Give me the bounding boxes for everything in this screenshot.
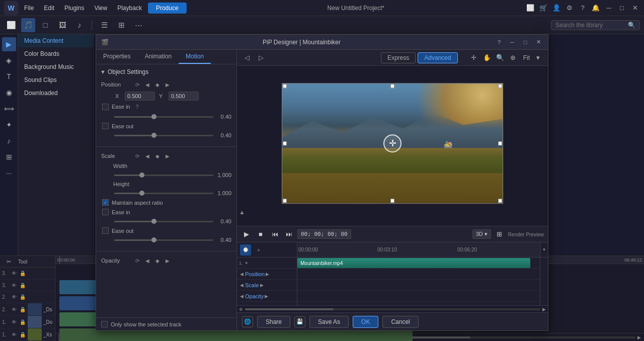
scale-prev-icon[interactable]: ◀ [143, 152, 151, 160]
tool-text[interactable]: □ [38, 18, 52, 32]
position-keyframe-icon[interactable]: ◆ [153, 80, 162, 89]
sidebar-transition-icon[interactable]: ⟺ [2, 102, 16, 116]
ease-in-checkbox[interactable] [102, 104, 109, 110]
opacity-track-label[interactable]: ◀ Opacity ▶ [237, 291, 297, 302]
scale-reset-icon[interactable]: ⟳ [133, 152, 141, 160]
opacity-next-icon[interactable]: ▶ [164, 257, 172, 265]
search-input[interactable] [555, 22, 626, 29]
sidebar-media-icon[interactable]: ▶ [2, 37, 16, 51]
tool-audio[interactable]: ♪ [72, 18, 87, 32]
3d-mode-btn[interactable]: 3D ▾ [472, 229, 491, 239]
sidebar-audio-icon[interactable]: ♪ [2, 134, 16, 148]
media-panel-item-3[interactable]: Sound Clips [18, 73, 93, 87]
transform-tool-btn[interactable]: ✛ [468, 52, 480, 64]
notification-icon[interactable]: 🔔 [591, 3, 601, 13]
scale-next-icon[interactable]: ▶ [164, 152, 172, 160]
stop-btn[interactable]: ■ [255, 229, 266, 240]
icon-2[interactable]: 🛒 [538, 3, 548, 13]
tl-eye-5[interactable]: 👁 [11, 331, 18, 338]
tl-lock-4[interactable]: 🔒 [19, 318, 26, 325]
save-as-icon-btn[interactable]: 💾 [294, 316, 305, 327]
sidebar-board-icon[interactable]: ◈ [2, 53, 16, 67]
settings-icon[interactable]: ⚙ [565, 3, 575, 13]
ease-out-slider[interactable] [114, 135, 213, 136]
opacity-keyframe-icon[interactable]: ◆ [153, 257, 162, 265]
tl-eye-2[interactable]: 👁 [11, 294, 18, 301]
tl-lock-2[interactable]: 🔒 [19, 294, 26, 301]
opacity-prev-icon[interactable]: ◀ [143, 257, 151, 265]
help-icon[interactable]: ? [578, 3, 588, 13]
media-panel-item-0[interactable]: Media Content [18, 34, 93, 47]
prev-frame-btn[interactable]: ⏮ [269, 229, 280, 240]
undo-btn[interactable]: ◁ [241, 52, 253, 64]
zoom-in-btn[interactable]: ⊕ [507, 52, 519, 64]
section-object-settings[interactable]: ▼ Object Settings [96, 66, 236, 77]
aspect-ratio-checkbox[interactable]: ✓ [102, 199, 109, 206]
timeline-scrollbar[interactable] [540, 258, 548, 305]
hand-tool-btn[interactable]: ✋ [481, 52, 493, 64]
add-keyframe-btn-2[interactable]: ⊕ [239, 307, 243, 312]
keyframe-icon[interactable]: ⌚ [240, 244, 251, 255]
scale-ease-out-slider[interactable] [114, 239, 213, 241]
icon-1[interactable]: ⬜ [525, 3, 535, 13]
tl-eye-4[interactable]: 👁 [11, 318, 18, 325]
tl-eye-0[interactable]: 👁 [11, 270, 18, 277]
scale-ease-in-slider[interactable] [114, 221, 213, 222]
timeline-scroll-right[interactable]: ▶ [542, 307, 546, 312]
sidebar-overlay-icon[interactable]: ◉ [2, 86, 16, 100]
tl-scroll-right[interactable]: ▶ [637, 335, 641, 340]
share-icon-btn[interactable]: 🌐 [242, 316, 253, 327]
close-icon[interactable]: ✕ [630, 3, 640, 13]
pip-close-btn[interactable]: ✕ [534, 38, 543, 47]
sidebar-pip-icon[interactable]: ⊞ [2, 150, 16, 164]
tab-animation[interactable]: Animation [138, 50, 179, 64]
cancel-btn[interactable]: Cancel [382, 316, 418, 328]
tool-grid[interactable]: ⊞ [114, 18, 128, 32]
menu-plugins[interactable]: Plugins [60, 4, 88, 13]
only-show-selected-checkbox[interactable] [101, 321, 108, 327]
menu-playback[interactable]: Playback [113, 4, 146, 13]
fullscreen-btn[interactable]: ⊞ [494, 229, 505, 240]
tool-list[interactable]: ☰ [97, 18, 111, 32]
media-panel-item-4[interactable]: Downloaded [18, 87, 93, 100]
tool-select[interactable]: ⬜ [4, 18, 18, 32]
save-as-btn[interactable]: Save As [309, 316, 349, 328]
share-btn[interactable]: Share [257, 316, 290, 328]
tl-lock-3[interactable]: 🔒 [19, 306, 26, 313]
tl-cut-icon[interactable]: ✂ [3, 256, 14, 267]
menu-view[interactable]: View [90, 4, 111, 13]
scale-keyframe-icon[interactable]: ◆ [153, 152, 162, 160]
menu-file[interactable]: File [20, 4, 38, 13]
position-reset-icon[interactable]: ⟳ [133, 80, 141, 89]
tl-lock-1[interactable]: 🔒 [19, 282, 26, 289]
pip-minimize-btn[interactable]: ─ [508, 38, 517, 47]
next-frame-btn[interactable]: ⏭ [283, 229, 294, 240]
tool-image[interactable]: 🖼 [55, 18, 69, 32]
menu-edit[interactable]: Edit [40, 4, 58, 13]
advanced-mode-btn[interactable]: Advanced [418, 52, 457, 63]
width-slider[interactable] [114, 175, 213, 176]
sidebar-more-icon[interactable]: ··· [2, 166, 16, 180]
pip-help-btn[interactable]: ? [495, 38, 504, 47]
tool-dots[interactable]: ⋯ [131, 18, 145, 32]
tab-properties[interactable]: Properties [96, 50, 138, 64]
media-panel-item-2[interactable]: Background Music [18, 60, 93, 73]
position-y-input[interactable] [169, 92, 199, 101]
timeline-scroll-up[interactable]: ▼ [540, 242, 548, 257]
tl-eye-1[interactable]: 👁 [11, 282, 18, 289]
fit-dropdown-btn[interactable]: ▾ [532, 52, 544, 64]
ease-out-checkbox[interactable] [102, 123, 109, 129]
position-track-label[interactable]: ◀ Position ▶ [237, 269, 297, 280]
tool-media[interactable]: 🎵 [21, 18, 35, 32]
icon-3[interactable]: 👤 [551, 3, 561, 13]
add-keyframe-btn[interactable]: + [253, 244, 264, 255]
pip-maximize-btn[interactable]: □ [521, 38, 530, 47]
play-btn[interactable]: ▶ [241, 229, 252, 240]
sidebar-title-icon[interactable]: T [2, 69, 16, 83]
scale-track-label[interactable]: ◀ Scale ▶ [237, 280, 297, 291]
tl-lock-0[interactable]: 🔒 [19, 270, 26, 277]
sidebar-filter-icon[interactable]: ✦ [2, 118, 16, 132]
scale-ease-out-checkbox[interactable] [102, 227, 109, 234]
position-x-input[interactable] [125, 92, 155, 101]
ok-btn[interactable]: OK [353, 316, 378, 328]
